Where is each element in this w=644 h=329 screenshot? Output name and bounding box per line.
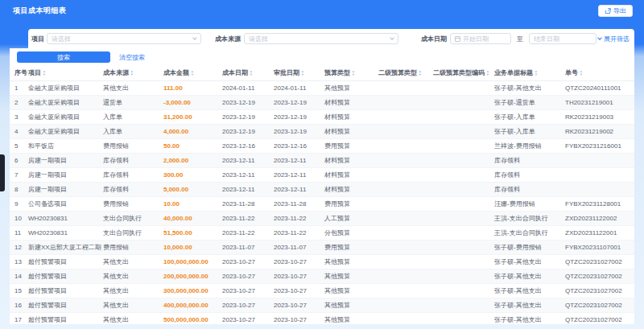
cell-doc_title: 张子硕-退货单 <box>492 95 563 109</box>
table-row[interactable]: 12新建XX总部大厦工程二期费用报销10,000.002023-11-07202… <box>10 240 634 254</box>
column-header-budget_type[interactable]: 预算类型▲▼ <box>322 66 376 80</box>
table-row[interactable]: 15超付预警项目其他支出300,000,000.002023-10-272023… <box>10 283 634 298</box>
column-header-doc_no[interactable]: 单号▲▼ <box>563 66 634 80</box>
cell-idx: 16 <box>10 298 26 312</box>
sort-icon[interactable]: ▲▼ <box>43 70 46 76</box>
cost-source-select[interactable]: 请选择 <box>244 33 398 44</box>
cell-doc_no: FYBX20231128001 <box>563 196 634 211</box>
table-row[interactable]: 8房建一期项目库存领料5,000.002023-12-112023-12-11材… <box>10 182 634 196</box>
cell-sub_budget_type <box>376 196 431 211</box>
table-row[interactable]: 13超付预警项目其他支出100,000,000.002023-10-272023… <box>10 254 634 269</box>
cell-doc_title: 王洪-支出合同执行 <box>492 225 563 240</box>
table-row[interactable]: 10WH20230831支出合同执行40,000.002023-11-22202… <box>10 211 634 225</box>
cell-project: 新建XX总部大厦工程二期 <box>26 240 101 254</box>
clear-search-button[interactable]: 清空搜索 <box>119 53 145 62</box>
sort-icon[interactable]: ▲▼ <box>250 70 253 76</box>
cell-sub_budget_code <box>431 240 492 254</box>
project-select[interactable]: 请选择 <box>47 33 201 44</box>
cell-cost_source: 入库单 <box>101 124 161 138</box>
column-label: 业务单据标题 <box>494 68 533 77</box>
cell-cost_date: 2023-11-28 <box>220 196 271 211</box>
cell-sub_budget_type <box>376 138 431 153</box>
table-row[interactable]: 6房建一期项目库存领料2,000.002023-12-112023-12-11材… <box>10 153 634 167</box>
cell-cost_source: 其他支出 <box>101 254 161 269</box>
column-header-cost_source[interactable]: 成本来源▲▼ <box>101 66 161 80</box>
table-row[interactable]: 7房建一期项目库存领料300.002023-12-112023-12-11材料预… <box>10 167 634 182</box>
cell-approve_date: 2023-12-19 <box>271 109 322 124</box>
cell-idx: 5 <box>10 138 26 153</box>
cell-project: 金融大厦采购项目 <box>26 95 101 109</box>
table-row[interactable]: 14超付预警项目其他支出200,000,000.002023-10-272023… <box>10 269 634 283</box>
cost-date-label: 成本日期 <box>421 35 447 43</box>
column-label: 预算类型 <box>324 68 350 77</box>
cell-doc_no <box>563 182 634 196</box>
cell-doc_no: TH20231219001 <box>563 95 634 109</box>
column-label: 成本金额 <box>163 68 189 77</box>
column-header-approve_date[interactable]: 审批日期▲▼ <box>271 66 322 80</box>
sort-icon[interactable]: ▲▼ <box>486 70 489 76</box>
cell-sub_budget_code <box>431 211 492 225</box>
cell-doc_title: 张子硕-费用报销 <box>492 240 563 254</box>
table-row[interactable]: 11WH20230831支出合同执行51,500.002023-11-22202… <box>10 225 634 240</box>
cell-cost_amount: 300,000,000.00 <box>161 283 220 298</box>
sort-icon[interactable]: ▲▼ <box>580 70 583 76</box>
cell-cost_source: 库存领料 <box>101 167 161 182</box>
cell-idx: 8 <box>10 182 26 196</box>
sort-icon[interactable]: ▲▼ <box>419 70 422 76</box>
search-button[interactable]: 搜索 <box>17 51 110 63</box>
table-row[interactable]: 16超付预警项目其他支出400,000,000.002023-10-272023… <box>10 298 634 312</box>
column-header-sub_budget_code[interactable]: 二级预算类型编码▲▼ <box>431 66 492 80</box>
column-label: 二级预算类型 <box>378 68 417 77</box>
cell-doc_no: QTZC20231027002 <box>563 254 634 269</box>
sort-icon[interactable]: ▲▼ <box>130 70 134 76</box>
cell-cost_date: 2023-12-19 <box>220 95 271 109</box>
cell-idx: 14 <box>10 269 26 283</box>
sort-icon[interactable]: ▲▼ <box>352 70 355 76</box>
sort-icon[interactable]: ▲▼ <box>191 70 194 76</box>
column-header-cost_amount[interactable]: 成本金额▲▼ <box>161 66 220 80</box>
date-range-separator: 至 <box>517 35 523 43</box>
chevron-down-icon <box>192 35 197 40</box>
cell-cost_source: 费用报销 <box>101 138 161 153</box>
cell-doc_no: FYBX20231216001 <box>563 138 634 153</box>
column-header-project[interactable]: 项目▲▼ <box>26 66 101 80</box>
column-header-sub_budget_type[interactable]: 二级预算类型▲▼ <box>376 66 431 80</box>
cell-doc_title: 张子硕-其他支出 <box>492 269 563 283</box>
cell-cost_date: 2024-01-11 <box>220 80 271 95</box>
cell-cost_date: 2023-12-16 <box>220 138 271 153</box>
column-label: 项目 <box>28 68 41 77</box>
cell-sub_budget_code <box>431 138 492 153</box>
table-row[interactable]: 1金融大厦采购项目其他支出111.002024-01-112024-01-11其… <box>10 80 634 95</box>
table-row[interactable]: 5和平饭店费用报销50.002023-12-162023-12-16费用预算兰祥… <box>10 138 634 153</box>
project-label: 项目 <box>31 35 44 43</box>
column-header-doc_title[interactable]: 业务单据标题▲▼ <box>492 66 563 80</box>
start-date-input[interactable]: 开始日期 <box>450 33 511 44</box>
table-row[interactable]: 2金融大厦采购项目退货单-3,000.002023-12-192023-12-1… <box>10 95 634 109</box>
table-row[interactable]: 17超付预警项目其他支出500,000,000.002023-10-272023… <box>10 312 634 324</box>
column-header-cost_date[interactable]: 成本日期▲▼ <box>220 66 271 80</box>
table-head: 序号项目▲▼成本来源▲▼成本金额▲▼成本日期▲▼审批日期▲▼预算类型▲▼二级预算… <box>10 66 634 80</box>
side-drawer-handle[interactable] <box>0 154 5 191</box>
column-label: 审批日期 <box>274 68 299 77</box>
expand-filter-link[interactable]: 展开筛选 <box>598 29 630 48</box>
cost-source-label: 成本来源 <box>215 35 241 43</box>
cell-idx: 7 <box>10 167 26 182</box>
cell-project: 超付预警项目 <box>26 298 101 312</box>
cell-cost_date: 2023-12-11 <box>220 153 271 167</box>
table-row[interactable]: 9公司备选项目费用报销10.002023-11-282023-11-28费用预算… <box>10 196 634 211</box>
sort-icon[interactable]: ▲▼ <box>535 70 538 76</box>
cell-sub_budget_type <box>376 240 431 254</box>
chevron-down-icon <box>597 35 602 40</box>
end-date-input[interactable]: 结束日期 <box>529 33 597 44</box>
calendar-icon <box>455 36 460 42</box>
cell-sub_budget_code <box>431 312 492 324</box>
table-row[interactable]: 4金融大厦采购项目入库单4,000.002023-12-192023-12-19… <box>10 124 634 138</box>
cell-idx: 9 <box>10 196 26 211</box>
cell-budget_type: 材料预算 <box>322 153 376 167</box>
cell-project: 超付预警项目 <box>26 254 101 269</box>
cell-sub_budget_code <box>431 196 492 211</box>
export-button[interactable]: 导出 <box>598 5 633 17</box>
cell-doc_no: QTZC20231027002 <box>563 269 634 283</box>
table-row[interactable]: 3金融大厦采购项目入库单31,200.002023-12-192023-12-1… <box>10 109 634 124</box>
sort-icon[interactable]: ▲▼ <box>301 70 304 76</box>
